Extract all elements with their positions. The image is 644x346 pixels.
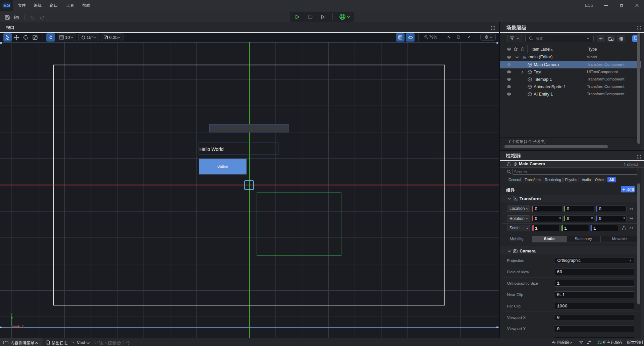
svg-text:Y: Y bbox=[10, 313, 13, 317]
svg-text:Button: Button bbox=[217, 164, 228, 168]
svg-text:Hello World: Hello World bbox=[200, 147, 224, 152]
svg-text:X: X bbox=[22, 325, 24, 328]
